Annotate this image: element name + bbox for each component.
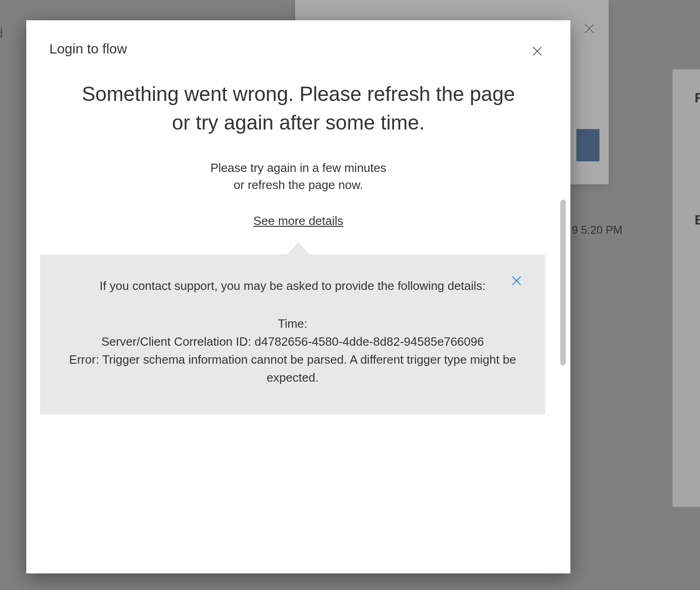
modal-title: Login to flow [49, 41, 127, 57]
login-flow-modal: Login to flow Something went wrong. Plea… [26, 20, 570, 573]
modal-header: Login to flow [26, 20, 570, 66]
details-correlation-value: d4782656-4580-4dde-8d82-94585e766096 [255, 335, 484, 348]
details-intro-text: If you contact support, you may be asked… [68, 277, 517, 294]
details-error-label: Error: [69, 353, 99, 366]
scrollbar-thumb[interactable] [560, 200, 566, 366]
modal-body: Something went wrong. Please refresh the… [26, 80, 570, 414]
details-correlation-label: Server/Client Correlation ID: [101, 335, 251, 348]
details-close-icon[interactable] [511, 275, 522, 286]
modal-content: Something went wrong. Please refresh the… [40, 80, 557, 414]
details-info: Time: Server/Client Correlation ID: d478… [68, 315, 517, 387]
close-icon[interactable] [532, 46, 543, 57]
details-panel: If you contact support, you may be asked… [40, 254, 545, 414]
scrollbar[interactable] [560, 89, 566, 490]
error-heading: Something went wrong. Please refresh the… [72, 80, 524, 136]
error-subtext-line1: Please try again in a few minutes [210, 161, 386, 175]
details-pointer-icon [287, 242, 310, 255]
background-timestamp: 9 5:20 PM [572, 224, 622, 236]
see-more-details-link[interactable]: See more details [72, 214, 524, 228]
error-subtext: Please try again in a few minutes or ref… [72, 159, 524, 193]
details-error-value: Trigger schema information cannot be par… [102, 353, 516, 384]
error-subtext-line2: or refresh the page now. [234, 178, 363, 192]
background-right-label-2: EN [694, 212, 700, 228]
details-time-label: Time: [278, 317, 307, 330]
background-right-label-1: RE [694, 90, 700, 106]
